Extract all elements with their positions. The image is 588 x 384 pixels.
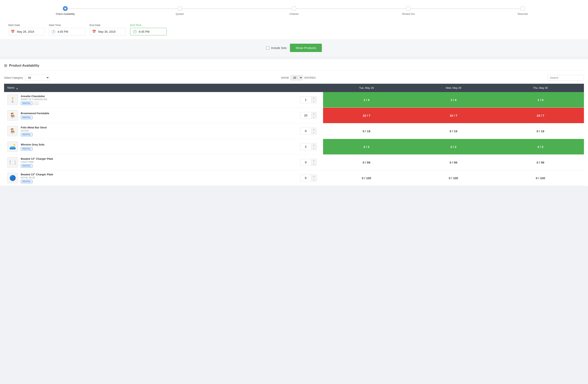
avail-d2-value: 1 / 4 <box>410 94 497 106</box>
qty-input[interactable] <box>300 128 311 135</box>
table-row: 🕯️ Annette Chandelier ANNETTE CHANDELIER… <box>4 92 584 108</box>
include-sets-label: Include Sets <box>271 46 287 50</box>
avail-d2-value: 10 / 7 <box>410 109 497 122</box>
calendar-icon-end: 📅 <box>92 30 96 34</box>
qty-decrement-button[interactable]: − <box>311 115 316 119</box>
product-cell-2: 🪑 Brownwood Farmtable RENTAL + − <box>4 108 323 123</box>
end-date-group: End Date 📅 May 30, 2019 <box>89 23 126 35</box>
qty-increment-button[interactable]: + <box>311 96 316 100</box>
top-panel: Check Availability Quoted Ordered Rented… <box>0 0 588 56</box>
avail-d1-value: 1 / 4 <box>323 94 410 106</box>
avail-d1-value: 2 / 2 <box>323 141 410 153</box>
stepper-step-rented-out[interactable]: Rented Out <box>351 6 465 16</box>
avail-d1-cell-5: 0 / 99 <box>323 155 410 170</box>
stepper-step-ordered[interactable]: Ordered <box>237 6 351 16</box>
qty-increment-button[interactable]: + <box>311 128 316 131</box>
qty-control: + − <box>300 159 316 166</box>
qty-buttons: + − <box>311 128 316 135</box>
product-info: Brownwood Farmtable RENTAL <box>21 112 49 119</box>
stepper-circle-3 <box>292 6 296 11</box>
end-time-label: End Time <box>130 23 167 27</box>
middle-controls: SHOW 10 20 50 100 ENTRIES <box>281 75 316 81</box>
qty-input[interactable] <box>300 96 311 103</box>
stepper-label-2: Quoted <box>176 13 184 16</box>
tags: RENTAL <box>21 133 47 136</box>
product-info: Annette Chandelier ANNETTE CHANDELIER RE… <box>21 95 47 105</box>
qty-control: + − <box>300 175 316 182</box>
product-name: Felix Metal Bar Stool <box>21 126 47 129</box>
qty-increment-button[interactable]: + <box>311 175 316 178</box>
product-icon: 🛋️ <box>9 144 16 150</box>
avail-d3-cell-3: 0 / 19 <box>497 123 584 139</box>
avail-d1-cell-6: 0 / 100 <box>323 170 410 186</box>
avail-d2-value: 0 / 100 <box>410 172 497 184</box>
qty-increment-button[interactable]: + <box>311 112 316 115</box>
start-time-group: Start Time 🕐 4:45 PM <box>49 23 85 35</box>
qty-increment-button[interactable]: + <box>311 159 316 162</box>
product-sub: royal blue <box>21 176 53 179</box>
product-info: Winston Grey Sofa RENTAL <box>21 143 44 151</box>
stepper-step-quoted[interactable]: Quoted <box>122 6 237 16</box>
qty-control: + − <box>300 112 316 119</box>
stepper-circle-1 <box>63 6 68 11</box>
qty-decrement-button[interactable]: − <box>311 100 316 103</box>
end-time-value: 6:45 PM <box>139 30 149 33</box>
col-name-label: Name <box>7 86 14 89</box>
calendar-icon-start: 📅 <box>11 30 15 34</box>
product-info: Felix Metal Bar Stool silver RENTAL <box>21 126 47 136</box>
qty-input[interactable] <box>300 112 311 119</box>
tags: RENTAL <box>21 180 53 183</box>
end-date-input[interactable]: 📅 May 30, 2019 <box>89 28 126 35</box>
product-thumb: 🕯️ <box>7 95 18 105</box>
avail-d2-cell-3: 0 / 19 <box>410 123 497 139</box>
qty-decrement-button[interactable]: − <box>311 162 316 166</box>
stepper: Check Availability Quoted Ordered Rented… <box>8 6 580 16</box>
qty-input[interactable] <box>300 175 311 182</box>
include-sets-checkbox-label[interactable]: Include Sets <box>266 46 287 50</box>
search-input[interactable] <box>547 75 584 81</box>
product-name: Beaded 13" Charger Plate <box>21 173 53 176</box>
start-date-input[interactable]: 📅 May 28, 2019 <box>8 28 45 35</box>
avail-d1-value: 0 / 100 <box>323 172 410 184</box>
avail-d2-value: 0 / 99 <box>410 156 497 169</box>
product-thumb: 🍽️ <box>7 157 18 168</box>
tag: RENTAL <box>21 133 33 136</box>
tag: RENTAL <box>21 101 33 105</box>
qty-input[interactable] <box>300 159 311 166</box>
category-select[interactable]: All Furniture Tableware Lighting <box>25 75 49 81</box>
end-time-input[interactable]: 🕐 6:45 PM <box>130 28 167 35</box>
stepper-circle-5 <box>520 6 525 11</box>
avail-d1-cell-4: 2 / 2 <box>323 139 410 155</box>
avail-d2-value: 0 / 19 <box>410 125 497 137</box>
table-row: 🪑 Felix Metal Bar Stool silver RENTAL + … <box>4 123 584 139</box>
show-products-button[interactable]: Show Products <box>290 44 322 52</box>
tags: RENTAL <box>21 116 49 119</box>
stepper-label-5: Returned <box>518 13 528 16</box>
include-sets-checkbox[interactable] <box>266 46 269 50</box>
qty-decrement-button[interactable]: − <box>311 178 316 182</box>
product-icon: 🍽️ <box>9 159 16 166</box>
avail-d3-value: 0 / 99 <box>497 156 584 169</box>
product-info: Beaded 13" Charger Plate royal blue RENT… <box>21 173 53 183</box>
qty-decrement-button[interactable]: − <box>311 147 316 150</box>
product-cell-5: 🍽️ Beaded 13" Charger Plate light pink R… <box>4 155 323 170</box>
sort-icon-name[interactable] <box>16 88 18 90</box>
product-name: Winston Grey Sofa <box>21 143 44 146</box>
avail-d2-value: 2 / 2 <box>410 141 497 153</box>
entries-select[interactable]: 10 20 50 100 <box>291 75 303 81</box>
stepper-circle-2 <box>177 6 182 11</box>
stepper-step-check-availability[interactable]: Check Availability <box>8 6 122 16</box>
avail-d2-cell-6: 0 / 100 <box>410 170 497 186</box>
start-time-input[interactable]: 🕐 4:45 PM <box>49 28 85 35</box>
tags: RENTAL <box>21 147 44 151</box>
product-thumb: 🪑 <box>7 126 18 136</box>
end-time-group: End Time 🕐 6:45 PM <box>130 23 167 35</box>
avail-d3-cell-6: 0 / 100 <box>497 170 584 186</box>
col-date2: Wed, May 29 <box>410 84 497 92</box>
qty-increment-button[interactable]: + <box>311 143 316 147</box>
qty-decrement-button[interactable]: − <box>311 131 316 135</box>
stepper-step-returned[interactable]: Returned <box>466 6 580 16</box>
tags: RENTAL... <box>21 101 47 105</box>
qty-input[interactable] <box>300 143 311 150</box>
product-section-icon: ⊞ <box>4 63 7 68</box>
